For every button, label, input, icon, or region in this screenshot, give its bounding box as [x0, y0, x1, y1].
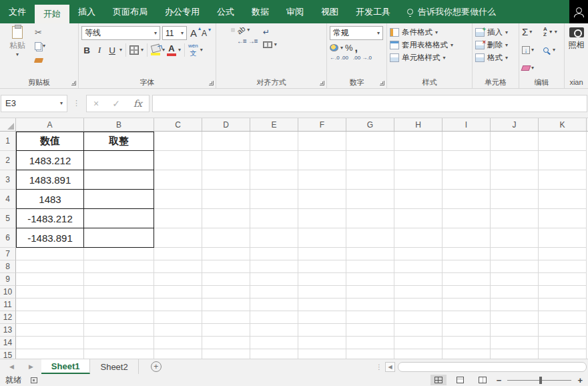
- normal-view-button[interactable]: [430, 375, 447, 385]
- cell-D5[interactable]: [202, 209, 250, 228]
- column-header-A[interactable]: A: [16, 118, 84, 131]
- page-layout-view-button[interactable]: [453, 375, 469, 385]
- cell-E7[interactable]: [250, 248, 298, 260]
- underline-dropdown-arrow[interactable]: ▾: [119, 47, 122, 53]
- paste-button[interactable]: 粘贴 ▾: [3, 26, 32, 77]
- cell-D7[interactable]: [202, 248, 250, 260]
- cell-J13[interactable]: [491, 324, 539, 337]
- cell-K9[interactable]: [539, 273, 587, 286]
- cell-D12[interactable]: [202, 311, 250, 324]
- cell-G9[interactable]: [346, 273, 394, 286]
- cell-H13[interactable]: [394, 324, 443, 337]
- cell-J6[interactable]: [491, 228, 539, 248]
- cell-F13[interactable]: [298, 324, 346, 337]
- cell-D14[interactable]: [202, 337, 250, 349]
- cell-A13[interactable]: [16, 324, 84, 337]
- column-header-C[interactable]: C: [154, 118, 202, 131]
- cell-D8[interactable]: [202, 260, 250, 273]
- zoom-out-button[interactable]: −: [497, 375, 502, 385]
- cell-F9[interactable]: [298, 273, 346, 286]
- row-header-3[interactable]: 3: [0, 170, 16, 190]
- sort-filter-button[interactable]: AZ ▼▾: [543, 26, 566, 37]
- row-header-12[interactable]: 12: [0, 311, 16, 324]
- format-cells-button[interactable]: 格式▾: [475, 51, 517, 64]
- cell-H15[interactable]: [394, 349, 443, 359]
- cell-A10[interactable]: [16, 286, 84, 299]
- cell-J2[interactable]: [491, 151, 539, 170]
- cell-A4[interactable]: 1483: [16, 190, 84, 209]
- cell-I14[interactable]: [443, 337, 491, 349]
- cell-C8[interactable]: [154, 260, 202, 273]
- cell-A1[interactable]: 数值: [16, 132, 84, 151]
- cell-K14[interactable]: [539, 337, 587, 349]
- cell-J12[interactable]: [491, 311, 539, 324]
- cell-I5[interactable]: [443, 209, 491, 228]
- number-dialog-launcher[interactable]: [380, 81, 384, 85]
- zoom-in-button[interactable]: +: [577, 375, 583, 385]
- font-name-select[interactable]: 等线▾: [81, 26, 160, 40]
- cell-E14[interactable]: [250, 337, 298, 349]
- currency-icon[interactable]: [330, 44, 338, 51]
- cell-F8[interactable]: [298, 260, 346, 273]
- cell-D6[interactable]: [202, 228, 250, 248]
- fill-button[interactable]: ↓▾: [522, 44, 543, 55]
- ribbon-tab-开发工具[interactable]: 开发工具: [347, 0, 399, 23]
- percent-button[interactable]: %: [345, 43, 353, 53]
- cell-E4[interactable]: [250, 190, 298, 209]
- grow-font-button[interactable]: A▴: [189, 27, 198, 39]
- fill-color-button[interactable]: [151, 45, 160, 55]
- ribbon-tab-审阅[interactable]: 审阅: [278, 0, 312, 23]
- enter-button[interactable]: ✓: [112, 98, 120, 109]
- cell-C6[interactable]: [154, 228, 202, 248]
- cell-C13[interactable]: [154, 324, 202, 337]
- cell-F10[interactable]: [298, 286, 346, 299]
- ribbon-tab-数据[interactable]: 数据: [243, 0, 278, 23]
- cell-J3[interactable]: [491, 170, 539, 190]
- cell-B8[interactable]: [84, 260, 154, 273]
- font-color-dropdown-arrow[interactable]: ▾: [178, 47, 181, 53]
- cell-K11[interactable]: [539, 299, 587, 311]
- cell-F11[interactable]: [298, 299, 346, 311]
- cell-D9[interactable]: [202, 273, 250, 286]
- cell-A7[interactable]: [16, 248, 84, 260]
- cell-I3[interactable]: [443, 170, 491, 190]
- cell-H10[interactable]: [394, 286, 443, 299]
- cell-G14[interactable]: [346, 337, 394, 349]
- cell-F12[interactable]: [298, 311, 346, 324]
- cell-K12[interactable]: [539, 311, 587, 324]
- cell-G3[interactable]: [346, 170, 394, 190]
- cell-C4[interactable]: [154, 190, 202, 209]
- delete-cells-button[interactable]: 删除▾: [475, 39, 517, 51]
- cancel-button[interactable]: ×: [93, 98, 99, 109]
- cell-B12[interactable]: [84, 311, 154, 324]
- column-header-F[interactable]: F: [298, 118, 346, 131]
- fill-color-dropdown-arrow[interactable]: ▾: [162, 47, 165, 53]
- cell-H1[interactable]: [394, 132, 443, 151]
- cell-J5[interactable]: [491, 209, 539, 228]
- zoom-slider-thumb[interactable]: [539, 377, 542, 384]
- cell-J9[interactable]: [491, 273, 539, 286]
- cell-I7[interactable]: [443, 248, 491, 260]
- cell-H14[interactable]: [394, 337, 443, 349]
- row-header-8[interactable]: 8: [0, 260, 16, 273]
- orientation-button[interactable]: ab: [236, 25, 247, 36]
- cell-A3[interactable]: 1483.891: [16, 170, 84, 190]
- underline-button[interactable]: U: [107, 45, 117, 55]
- column-header-G[interactable]: G: [346, 118, 394, 131]
- align-left-button[interactable]: [219, 39, 223, 43]
- cell-C12[interactable]: [154, 311, 202, 324]
- sheet-tab-Sheet1[interactable]: Sheet1: [41, 359, 91, 374]
- font-color-button[interactable]: A: [167, 44, 176, 56]
- cell-H3[interactable]: [394, 170, 443, 190]
- increase-indent-button[interactable]: →≡: [248, 37, 258, 45]
- clipboard-dialog-launcher[interactable]: [71, 81, 76, 85]
- cell-B11[interactable]: [84, 299, 154, 311]
- cell-I11[interactable]: [443, 299, 491, 311]
- borders-dropdown-arrow[interactable]: ▾: [141, 47, 143, 53]
- decrease-indent-button[interactable]: ←≡: [237, 37, 246, 45]
- align-right-button[interactable]: [231, 39, 235, 43]
- cell-G2[interactable]: [346, 151, 394, 170]
- cell-A14[interactable]: [16, 337, 84, 349]
- orientation-dropdown-arrow[interactable]: ▾: [247, 27, 250, 33]
- cell-J7[interactable]: [491, 248, 539, 260]
